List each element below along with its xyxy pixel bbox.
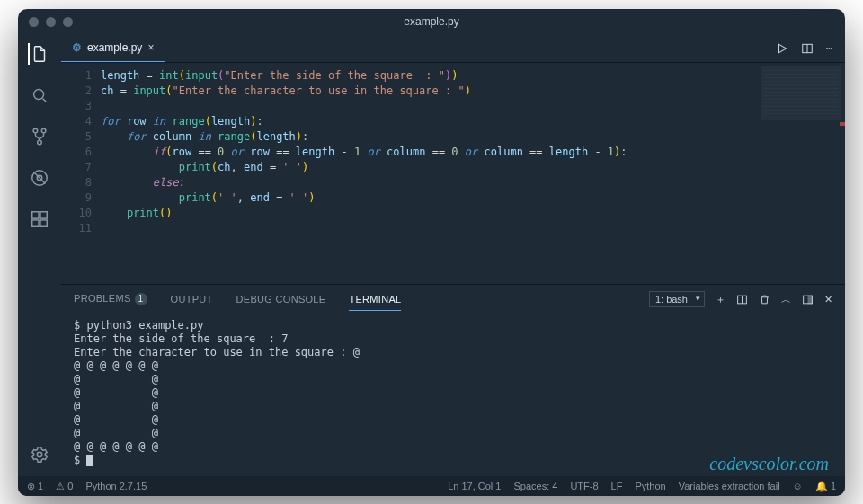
settings-gear-icon[interactable] [29,444,50,465]
vscode-window: example.py [18,9,845,496]
editor-column: ⚙ example.py × ⋯ 1 2 3 4 [61,34,845,476]
terminal-output[interactable]: $ python3 example.py Enter the side of t… [61,314,845,476]
status-cursor-position[interactable]: Ln 17, Col 1 [448,481,501,491]
debug-icon[interactable] [29,167,50,189]
svg-point-3 [38,140,42,145]
svg-point-2 [41,128,46,133]
new-terminal-icon[interactable]: ＋ [716,293,725,306]
svg-point-1 [33,128,38,133]
panel-tab-debug-console[interactable]: DEBUG CONSOLE [236,294,326,305]
python-file-icon: ⚙ [72,41,82,54]
split-terminal-icon[interactable] [736,294,748,305]
status-python-version[interactable]: Python 2.7.15 [85,481,147,491]
status-warnings[interactable]: ⚠ 0 [56,481,73,492]
status-errors[interactable]: ⊗ 1 [27,481,43,492]
panel-tab-bar: PROBLEMS1 OUTPUT DEBUG CONSOLE TERMINAL … [61,285,845,314]
status-indent[interactable]: Spaces: 4 [513,481,557,491]
status-notifications-icon[interactable]: 🔔 1 [815,481,836,492]
panel-tab-output[interactable]: OUTPUT [171,294,213,305]
panel-tab-problems[interactable]: PROBLEMS1 [74,293,147,305]
svg-point-10 [37,452,42,457]
main-area: ⚙ example.py × ⋯ 1 2 3 4 [18,34,845,476]
explorer-icon[interactable] [28,43,49,65]
panel-actions: 1: bash ＋ ︿ ✕ [649,291,832,307]
tab-example-py[interactable]: ⚙ example.py × [61,34,165,62]
run-icon[interactable] [776,42,788,55]
watermark: codevscolor.com [709,457,829,471]
svg-rect-6 [32,212,39,218]
svg-rect-14 [808,296,812,304]
titlebar: example.py [18,9,845,34]
more-actions-icon[interactable]: ⋯ [826,42,832,55]
line-gutter: 1 2 3 4 5 6 7 8 9 10 11 [61,68,101,280]
extensions-icon[interactable] [29,208,50,230]
minimap[interactable] [761,66,841,120]
panel-tab-terminal[interactable]: TERMINAL [349,294,401,311]
status-bar: ⊗ 1 ⚠ 0 Python 2.7.15 Ln 17, Col 1 Space… [18,476,845,496]
activity-bar [18,34,61,476]
toggle-panel-icon[interactable] [802,294,814,305]
status-eol[interactable]: LF [611,481,623,491]
close-panel-icon[interactable]: ✕ [824,294,832,305]
code-content[interactable]: length = int(input("Enter the side of th… [101,68,845,280]
status-encoding[interactable]: UTF-8 [570,481,598,491]
split-editor-icon[interactable] [801,42,814,55]
maximize-panel-icon[interactable]: ︿ [781,293,791,306]
tab-close-icon[interactable]: × [147,41,154,54]
status-message[interactable]: Variables extraction fail [679,481,780,491]
status-feedback-icon[interactable]: ☺ [793,481,803,491]
terminal-selector[interactable]: 1: bash [649,291,705,307]
editor-actions: ⋯ [776,34,845,62]
source-control-icon[interactable] [29,126,50,147]
bottom-panel: PROBLEMS1 OUTPUT DEBUG CONSOLE TERMINAL … [61,284,845,476]
svg-point-0 [34,90,44,100]
terminal-cursor [86,455,93,466]
window-title: example.py [18,15,845,28]
tab-label: example.py [87,41,142,54]
overview-ruler-error [840,122,845,126]
kill-terminal-icon[interactable] [759,294,770,305]
code-editor[interactable]: 1 2 3 4 5 6 7 8 9 10 11 length = int(inp… [61,63,845,284]
tab-bar: ⚙ example.py × ⋯ [61,34,845,63]
search-icon[interactable] [29,84,50,106]
status-language[interactable]: Python [635,481,665,491]
svg-rect-8 [32,220,39,226]
svg-rect-9 [40,220,47,226]
svg-rect-7 [40,212,47,218]
